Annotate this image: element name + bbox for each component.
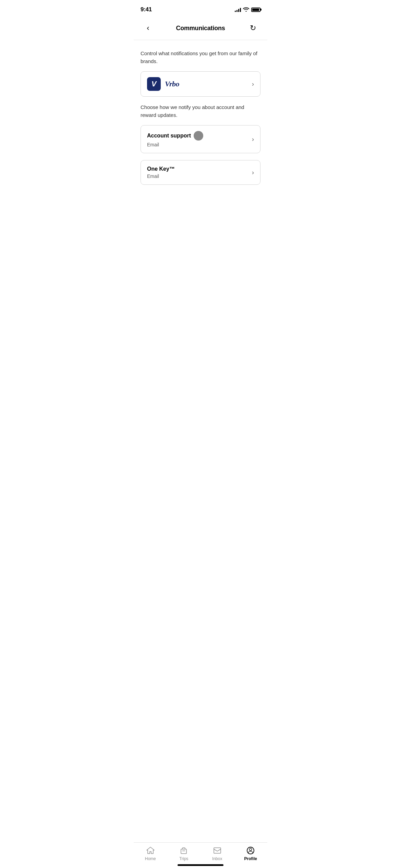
account-support-info: Account support Email — [147, 131, 203, 147]
status-bar: 9:41 — [134, 0, 267, 17]
account-support-toggle-dot — [194, 131, 203, 141]
vrbo-card-left: V Vrbo — [147, 77, 179, 91]
back-arrow-icon: ‹ — [147, 24, 149, 33]
brands-description: Control what notifications you get from … — [141, 50, 260, 65]
account-support-subtitle: Email — [147, 142, 203, 147]
account-support-chevron-icon: › — [252, 136, 254, 143]
vrbo-logo: V — [147, 77, 161, 91]
back-button[interactable]: ‹ — [141, 21, 156, 36]
account-description: Choose how we notify you about account a… — [141, 104, 260, 119]
wifi-icon — [243, 7, 249, 13]
page-title: Communications — [176, 25, 225, 32]
content: Control what notifications you get from … — [134, 40, 267, 246]
status-icons — [235, 7, 260, 13]
vrbo-chevron-icon: › — [252, 81, 254, 88]
one-key-card[interactable]: One Key™ Email › — [141, 160, 260, 185]
refresh-icon: ↻ — [250, 24, 256, 33]
status-time: 9:41 — [141, 6, 152, 13]
vrbo-brand-name: Vrbo — [165, 80, 179, 88]
signal-icon — [235, 7, 241, 12]
refresh-button[interactable]: ↻ — [245, 21, 260, 36]
account-support-card[interactable]: Account support Email › — [141, 125, 260, 153]
one-key-subtitle: Email — [147, 173, 175, 179]
header: ‹ Communications ↻ — [134, 17, 267, 40]
one-key-info: One Key™ Email — [147, 166, 175, 179]
battery-icon — [251, 8, 260, 12]
account-support-title: Account support — [147, 131, 203, 141]
account-support-card-left: Account support Email — [147, 131, 203, 147]
one-key-card-left: One Key™ Email — [147, 166, 175, 179]
vrbo-v-icon: V — [151, 80, 157, 88]
one-key-title: One Key™ — [147, 166, 175, 172]
vrbo-card[interactable]: V Vrbo › — [141, 71, 260, 97]
one-key-chevron-icon: › — [252, 169, 254, 176]
